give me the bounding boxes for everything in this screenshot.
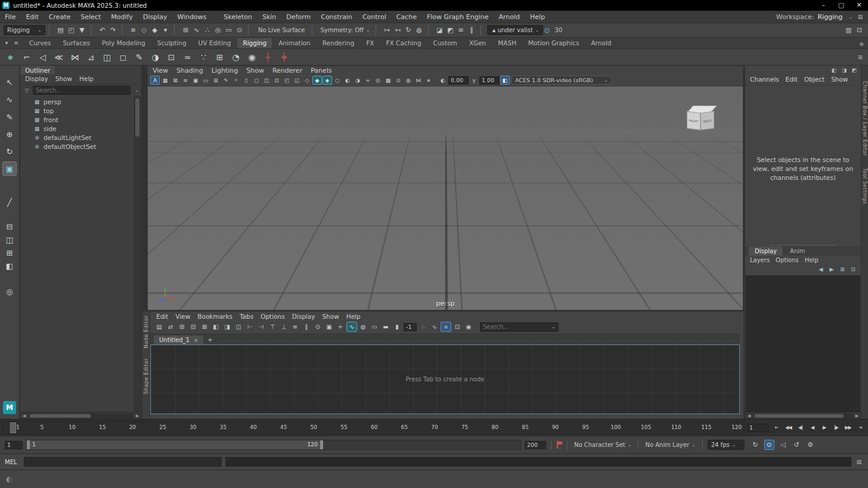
menu-item[interactable]: Cache bbox=[395, 13, 418, 21]
menu-item[interactable]: Lighting bbox=[212, 67, 238, 74]
lighting-icon[interactable]: ∗ bbox=[424, 76, 433, 85]
lasso-tool-icon[interactable]: ∿ bbox=[2, 92, 17, 107]
step-forward-key-icon[interactable]: ▶▶ bbox=[842, 422, 854, 433]
safe-title-icon[interactable]: ◱ bbox=[292, 76, 302, 85]
play-forwards-icon[interactable]: ▶ bbox=[819, 422, 830, 433]
script-editor-icon[interactable]: ▤ bbox=[855, 458, 863, 466]
menu-item[interactable]: Help bbox=[805, 257, 819, 263]
menu-item[interactable]: Arnold bbox=[497, 13, 521, 21]
clear-graph-icon[interactable]: ⊠ bbox=[199, 322, 210, 332]
menu-item[interactable]: Select bbox=[79, 13, 102, 21]
ik-spline-icon[interactable]: ◁ bbox=[36, 50, 49, 64]
menu-item[interactable]: Windows bbox=[176, 13, 207, 21]
xray-icon[interactable]: ◍ bbox=[404, 76, 413, 85]
construction-history-icon[interactable]: ↻ bbox=[404, 25, 414, 35]
go-to-end-icon[interactable]: ⇥ bbox=[854, 422, 866, 433]
shelf-tab[interactable]: Rendering bbox=[317, 38, 360, 48]
create-joint-icon[interactable]: ∗ bbox=[4, 50, 17, 64]
menu-item[interactable]: Constrain bbox=[320, 13, 354, 21]
align-top-icon[interactable]: ⊤ bbox=[267, 322, 278, 332]
group-divider[interactable] bbox=[428, 26, 431, 35]
step-forward-frame-icon[interactable]: |▶ bbox=[830, 422, 842, 433]
symmetry-selector[interactable]: Symmetry: Off⌄ bbox=[318, 27, 371, 33]
layer-list-area[interactable] bbox=[746, 276, 860, 412]
output-connections-icon[interactable]: ↤ bbox=[393, 25, 403, 35]
undo-icon[interactable]: ↶ bbox=[97, 25, 107, 35]
command-input[interactable] bbox=[24, 457, 222, 467]
selection-mask-combo-icon[interactable]: ▾ bbox=[160, 25, 170, 35]
shelf-tab[interactable]: Animation bbox=[273, 38, 316, 48]
cluster-icon[interactable]: ∵ bbox=[197, 50, 210, 64]
maximize-button[interactable]: ▢ bbox=[832, 0, 850, 11]
ambient-occlusion-icon[interactable]: ◑ bbox=[353, 76, 362, 85]
snap-to-point-icon[interactable]: ∴ bbox=[202, 25, 212, 35]
anim-start-field[interactable] bbox=[5, 441, 23, 449]
select-component-icon[interactable]: ◆ bbox=[150, 25, 160, 35]
field-chart-icon[interactable]: ⊡ bbox=[272, 76, 281, 85]
workspace-selector[interactable]: Rigging bbox=[818, 13, 843, 21]
shelf-tab[interactable]: Rigging bbox=[237, 38, 272, 48]
timeline-tick[interactable]: 25 bbox=[159, 424, 166, 430]
menu-item[interactable]: Skin bbox=[261, 13, 277, 21]
menu-set-selector[interactable]: Rigging⌄ bbox=[4, 25, 45, 35]
panel-tab[interactable]: Shape Editor bbox=[143, 358, 149, 394]
search-input[interactable] bbox=[483, 324, 549, 330]
view-cube[interactable]: RIGHT BACK bbox=[686, 105, 717, 134]
smooth-skin-weights-icon[interactable]: ≈ bbox=[181, 50, 194, 64]
view-cube-back-face[interactable]: BACK bbox=[700, 111, 714, 130]
shadows-icon[interactable]: ◐ bbox=[343, 76, 352, 85]
shelf-tabs-menu-icon[interactable]: ▾ bbox=[2, 39, 11, 47]
bookmark-graph-icon[interactable]: ▣ bbox=[324, 322, 334, 332]
timeline-tick[interactable]: 85 bbox=[522, 424, 528, 430]
graph-bidirectional-icon[interactable]: ◫ bbox=[233, 322, 244, 332]
group-divider[interactable] bbox=[248, 26, 251, 35]
select-camera-icon[interactable]: ▦ bbox=[160, 76, 170, 85]
distribute-vertical-icon[interactable]: ∥ bbox=[301, 322, 312, 332]
make-live-icon[interactable]: ⊙ bbox=[234, 25, 244, 35]
menu-item[interactable]: Show bbox=[55, 75, 72, 82]
xray-joints-icon[interactable]: ⋈ bbox=[414, 76, 423, 85]
menu-item[interactable]: Show bbox=[246, 67, 264, 74]
shelf-tab[interactable]: Custom bbox=[428, 38, 463, 48]
menu-item[interactable]: Help bbox=[529, 13, 546, 21]
chevron-down-icon[interactable]: ⌄ bbox=[551, 324, 556, 330]
lock-camera-icon[interactable]: ⊠ bbox=[170, 76, 180, 85]
outliner-item[interactable]: ▦ persp bbox=[20, 97, 141, 106]
filter-icon[interactable]: ▽ bbox=[23, 86, 31, 95]
group-divider[interactable] bbox=[91, 26, 94, 35]
group-divider[interactable] bbox=[122, 26, 125, 35]
sidebar-tab[interactable]: Channel Box / Layer Editor bbox=[862, 81, 868, 156]
group-divider[interactable] bbox=[174, 26, 177, 35]
current-frame-field[interactable] bbox=[747, 424, 768, 432]
outliner-vertical-scrollbar[interactable] bbox=[134, 97, 141, 411]
snap-to-grid-icon[interactable]: ⊡ bbox=[452, 322, 463, 332]
menu-item[interactable]: Flow Graph Engine bbox=[426, 13, 490, 21]
image-plane-icon[interactable]: ▭ bbox=[201, 76, 210, 85]
menu-item[interactable]: Object bbox=[804, 76, 824, 83]
group-divider[interactable] bbox=[480, 26, 483, 35]
select-highlight-icon[interactable]: ◍ bbox=[414, 25, 424, 35]
shelf-tab[interactable]: MASH bbox=[492, 38, 522, 48]
redo-icon[interactable]: ↷ bbox=[108, 25, 118, 35]
outliner-title[interactable]: Outliner bbox=[20, 66, 55, 74]
insert-joint-icon[interactable]: ≪ bbox=[52, 50, 66, 64]
timeline-tick[interactable]: 30 bbox=[190, 424, 196, 430]
snap-to-projected-center-icon[interactable]: ◎ bbox=[213, 25, 223, 35]
chevron-down-icon[interactable]: ⌄ bbox=[135, 88, 139, 93]
current-time-marker[interactable] bbox=[10, 422, 16, 433]
align-bottom-icon[interactable]: ⊥ bbox=[278, 322, 289, 332]
timeline-tick[interactable]: 15 bbox=[99, 424, 106, 430]
sidebar-tab[interactable]: Tool Settings bbox=[862, 168, 868, 204]
menu-item[interactable]: Help bbox=[79, 75, 94, 82]
play-backwards-icon[interactable]: ◀ bbox=[807, 422, 818, 433]
sidebar-toggle-icon[interactable]: ▤ bbox=[154, 322, 165, 332]
timeline-tick[interactable]: 60 bbox=[371, 424, 377, 430]
mirror-skin-weights-icon[interactable]: ◑ bbox=[148, 50, 162, 64]
lattice-icon[interactable]: ⊞ bbox=[213, 50, 227, 64]
bind-skin-icon[interactable]: ◫ bbox=[100, 50, 114, 64]
grid-toggle-icon[interactable]: ⌗ bbox=[441, 322, 451, 332]
select-object-icon[interactable]: ◇ bbox=[139, 25, 149, 35]
last-tool-icon[interactable]: ╱ bbox=[2, 195, 17, 209]
close-button[interactable]: ✕ bbox=[850, 0, 868, 11]
timeline-tick[interactable]: 10 bbox=[69, 424, 75, 430]
